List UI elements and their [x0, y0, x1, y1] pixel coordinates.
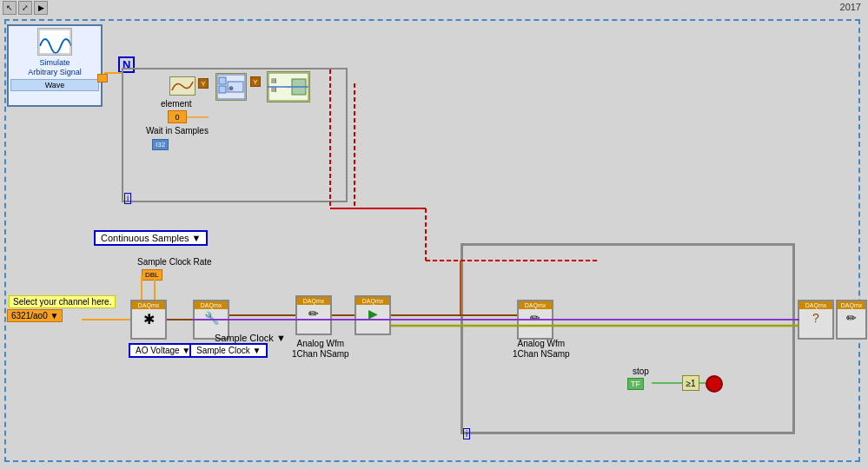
sample-clock-label: Sample Clock ▼: [215, 333, 286, 343]
wait-label: Wait in Samples: [146, 126, 209, 135]
svg-text:→: →: [283, 83, 291, 91]
daq2-icon: 🔧: [204, 311, 219, 325]
inner-i-label: i: [124, 193, 131, 204]
toolbar: ↖ ⤢ ▶: [0, 0, 851, 16]
sample-clock-rate-label: Sample Clock Rate: [137, 257, 212, 267]
element-value: 0: [168, 110, 187, 123]
daq-block-6: DAQmx ?: [798, 300, 834, 340]
daq3-icon: ✏: [308, 307, 319, 320]
sample-clock-dropdown[interactable]: Sample Clock ▼: [189, 343, 268, 358]
daq-block-5: DAQmx ✏: [517, 300, 553, 340]
daq-block-7: DAQmx ✏: [836, 300, 867, 340]
analog-wfm-1-label: Analog Wfm1Chan NSamp: [292, 339, 349, 360]
daq7-header: DAQmx: [838, 301, 865, 309]
svg-text:▤: ▤: [271, 86, 277, 92]
channel-tooltip: Select your channel here.: [9, 295, 116, 308]
wave-svg: [38, 29, 71, 55]
daq6-header: DAQmx: [799, 301, 832, 309]
simulate-block: Simulate Arbitrary Signal Wave: [7, 24, 103, 107]
svg-rect-2: [219, 77, 226, 84]
daq2-header: DAQmx: [195, 301, 228, 309]
svg-text:▤: ▤: [271, 77, 277, 83]
svg-text:⊕: ⊕: [229, 85, 234, 91]
toolbar-move-btn[interactable]: ⤢: [18, 1, 32, 15]
daq1-header: DAQmx: [132, 301, 165, 309]
daq5-icon: ✏: [530, 311, 540, 325]
convert-block: ▤ ▤ →: [267, 71, 310, 102]
analog-wfm-2-label: Analog Wfm1Chan NSamp: [513, 339, 570, 360]
daq3-header: DAQmx: [297, 297, 330, 305]
svg-rect-10: [292, 79, 306, 95]
y-terminal-1: Y: [198, 78, 209, 89]
sim-output-terminal: [97, 74, 108, 83]
element-label: element: [161, 99, 192, 109]
y-terminal-2: Y: [250, 76, 261, 87]
stop-label: stop: [633, 367, 649, 376]
index-array-block: ⊕: [215, 73, 247, 101]
simulate-icon: [37, 28, 72, 56]
wave-label: Wave: [10, 79, 99, 91]
daq-block-4: DAQmx ▶: [354, 295, 391, 335]
daq4-header: DAQmx: [356, 297, 389, 305]
channel-dropdown[interactable]: 6321/ao0 ▼: [7, 309, 63, 322]
or-gate: ≥1: [682, 375, 699, 391]
year-label: 2017: [840, 2, 861, 12]
outer-while-loop: [461, 243, 795, 434]
toolbar-run-btn[interactable]: ▶: [34, 1, 48, 15]
i32-badge: I32: [152, 139, 169, 150]
simulate-title: Simulate Arbitrary Signal: [9, 57, 101, 78]
svg-rect-3: [219, 86, 226, 93]
daq-block-1: DAQmx ✱: [130, 300, 167, 340]
daq5-header: DAQmx: [519, 301, 552, 309]
mini-block-1: [169, 76, 195, 96]
outer-i-label: i: [463, 428, 470, 439]
daq7-icon: ✏: [846, 311, 857, 325]
stop-button[interactable]: [706, 375, 723, 393]
ao-voltage-dropdown[interactable]: AO Voltage ▼: [129, 343, 197, 358]
daq-block-3: DAQmx ✏: [295, 295, 332, 335]
daq1-icon: ✱: [143, 311, 155, 327]
continuous-samples-dropdown[interactable]: Continuous Samples ▼: [94, 230, 208, 246]
toolbar-arrow-btn[interactable]: ↖: [3, 1, 17, 15]
daq4-icon: ▶: [368, 307, 378, 320]
dbl-badge: DBL: [142, 269, 162, 281]
daq6-icon: ?: [812, 311, 819, 325]
svg-rect-0: [39, 30, 70, 54]
tf-badge: TF: [627, 378, 644, 390]
